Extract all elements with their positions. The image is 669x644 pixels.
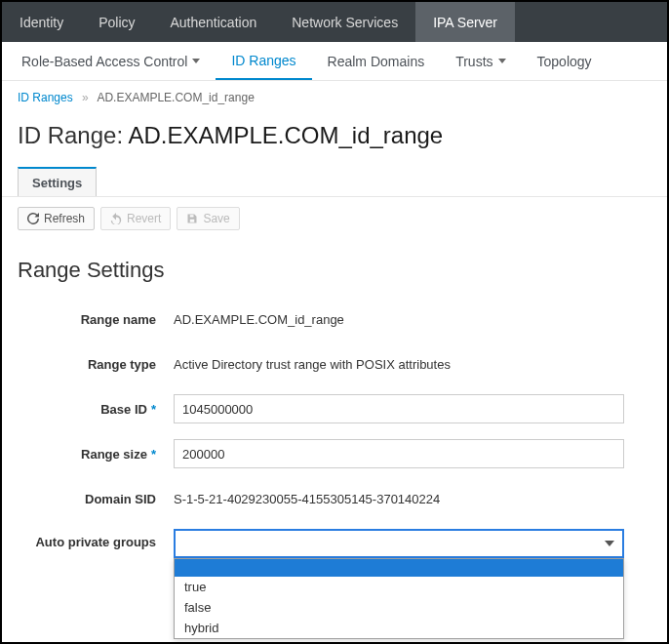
subnav-topology[interactable]: Topology bbox=[522, 42, 608, 80]
topnav-policy[interactable]: Policy bbox=[81, 2, 152, 42]
option-false[interactable]: false bbox=[175, 597, 623, 618]
label-domain-sid: Domain SID bbox=[18, 492, 174, 506]
save-button[interactable]: Save bbox=[177, 207, 239, 230]
save-label: Save bbox=[203, 212, 229, 225]
breadcrumb-current: AD.EXAMPLE.COM_id_range bbox=[97, 91, 254, 104]
select-box[interactable] bbox=[174, 529, 624, 558]
required-marker: * bbox=[147, 447, 156, 462]
subnav-label: Role-Based Access Control bbox=[21, 54, 187, 69]
input-base-id[interactable] bbox=[174, 394, 624, 423]
breadcrumb: ID Ranges » AD.EXAMPLE.COM_id_range bbox=[2, 81, 667, 108]
sub-nav: Role-Based Access Control ID Ranges Real… bbox=[2, 42, 667, 81]
section-heading: Range Settings bbox=[2, 230, 667, 293]
subnav-rbac[interactable]: Role-Based Access Control bbox=[6, 42, 216, 80]
row-range-name: Range name AD.EXAMPLE.COM_id_range bbox=[18, 297, 651, 342]
save-icon bbox=[186, 213, 198, 224]
chevron-down-icon bbox=[192, 59, 200, 63]
revert-button[interactable]: Revert bbox=[100, 207, 171, 230]
title-prefix: ID Range: bbox=[18, 122, 128, 148]
breadcrumb-root[interactable]: ID Ranges bbox=[18, 91, 73, 104]
label-range-type: Range type bbox=[18, 357, 174, 372]
undo-icon bbox=[110, 213, 122, 224]
required-marker: * bbox=[147, 402, 156, 417]
row-range-type: Range type Active Directory trust range … bbox=[18, 342, 651, 386]
tab-settings[interactable]: Settings bbox=[18, 167, 97, 197]
page-title: ID Range: AD.EXAMPLE.COM_id_range bbox=[2, 108, 667, 167]
value-range-type: Active Directory trust range with POSIX … bbox=[174, 357, 651, 372]
label-range-size: Range size* bbox=[18, 447, 174, 462]
topnav-identity[interactable]: Identity bbox=[2, 2, 81, 42]
refresh-button[interactable]: Refresh bbox=[18, 207, 95, 230]
revert-label: Revert bbox=[127, 212, 161, 225]
subnav-trusts[interactable]: Trusts bbox=[440, 42, 521, 80]
option-true[interactable]: true bbox=[175, 577, 623, 597]
subnav-realm-domains[interactable]: Realm Domains bbox=[312, 42, 441, 80]
row-base-id: Base ID* bbox=[18, 386, 651, 431]
topnav-network-services[interactable]: Network Services bbox=[274, 2, 415, 42]
option-hybrid[interactable]: hybrid bbox=[175, 618, 623, 638]
subnav-label: Realm Domains bbox=[328, 54, 425, 69]
toolbar: Refresh Revert Save bbox=[2, 196, 667, 230]
breadcrumb-separator: » bbox=[76, 91, 95, 104]
subnav-id-ranges[interactable]: ID Ranges bbox=[216, 42, 311, 80]
top-nav: Identity Policy Authentication Network S… bbox=[2, 2, 667, 42]
refresh-icon bbox=[27, 213, 39, 224]
option-blank[interactable] bbox=[175, 559, 623, 577]
chevron-down-icon bbox=[605, 541, 614, 546]
row-domain-sid: Domain SID S-1-5-21-4029230055-415530514… bbox=[18, 476, 651, 521]
subnav-label: Trusts bbox=[455, 54, 492, 69]
chevron-down-icon bbox=[498, 59, 506, 63]
subnav-label: Topology bbox=[537, 54, 592, 69]
select-auto-private-groups[interactable]: true false hybrid bbox=[174, 529, 624, 558]
row-range-size: Range size* bbox=[18, 431, 651, 476]
topnav-authentication[interactable]: Authentication bbox=[153, 2, 275, 42]
label-base-id: Base ID* bbox=[18, 402, 174, 417]
form: Range name AD.EXAMPLE.COM_id_range Range… bbox=[2, 293, 667, 570]
refresh-label: Refresh bbox=[44, 212, 85, 225]
subnav-label: ID Ranges bbox=[231, 53, 295, 68]
label-range-name: Range name bbox=[18, 312, 174, 327]
inner-tabs: Settings bbox=[2, 167, 667, 197]
label-auto-private-groups: Auto private groups bbox=[18, 529, 174, 549]
topnav-ipa-server[interactable]: IPA Server bbox=[415, 2, 515, 42]
title-name: AD.EXAMPLE.COM_id_range bbox=[128, 122, 443, 148]
value-range-name: AD.EXAMPLE.COM_id_range bbox=[174, 312, 651, 327]
value-domain-sid: S-1-5-21-4029230055-4155305145-370140224 bbox=[174, 492, 651, 506]
row-auto-private-groups: Auto private groups true false hybrid bbox=[18, 521, 651, 566]
input-range-size[interactable] bbox=[174, 439, 624, 468]
select-dropdown: true false hybrid bbox=[174, 558, 624, 639]
